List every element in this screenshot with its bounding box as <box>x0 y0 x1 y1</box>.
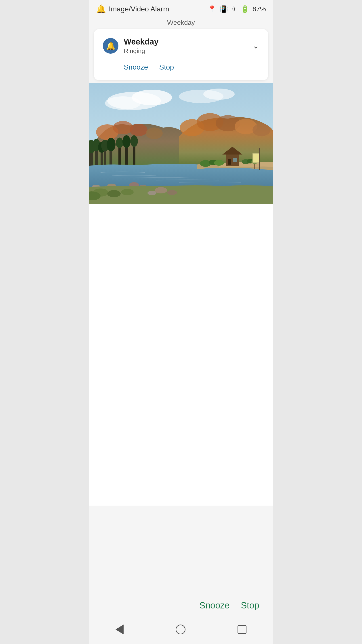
status-bar: 🔔 Image/Video Alarm 📍 📳 ✈ 🔋 87% <box>89 0 273 18</box>
phone-frame: 🔔 Image/Video Alarm 📍 📳 ✈ 🔋 87% Weekday … <box>89 0 273 644</box>
svg-point-54 <box>121 189 134 195</box>
svg-point-28 <box>122 135 130 148</box>
svg-rect-42 <box>253 154 259 162</box>
landscape-image <box>89 83 273 204</box>
content-white-space <box>89 204 273 506</box>
alarm-card-header: 🔔 Weekday Ringing ⌄ <box>103 37 259 54</box>
svg-point-9 <box>146 128 163 139</box>
bottom-snooze-button[interactable]: Snooze <box>199 600 230 610</box>
svg-point-5 <box>203 88 235 100</box>
home-icon <box>176 624 185 634</box>
svg-point-7 <box>113 121 133 134</box>
battery-percentage: 87% <box>253 5 266 13</box>
svg-rect-43 <box>254 164 255 168</box>
status-left: 🔔 Image/Video Alarm <box>96 4 169 14</box>
svg-rect-59 <box>259 148 260 170</box>
bottom-stop-button[interactable]: Stop <box>241 600 259 610</box>
back-icon <box>115 624 124 634</box>
snooze-button[interactable]: Snooze <box>124 61 148 73</box>
airplane-icon: ✈ <box>232 5 237 13</box>
battery-icon: 🔋 <box>241 5 249 13</box>
svg-point-30 <box>130 135 138 147</box>
vibrate-icon: 📳 <box>220 5 228 13</box>
svg-point-57 <box>167 190 177 195</box>
svg-point-3 <box>105 96 141 110</box>
nav-bar <box>89 617 273 644</box>
svg-point-58 <box>147 191 156 195</box>
svg-point-37 <box>214 160 224 166</box>
nav-recents-button[interactable] <box>238 625 247 634</box>
location-icon: 📍 <box>208 5 216 13</box>
svg-rect-34 <box>233 158 237 162</box>
status-right: 📍 📳 ✈ 🔋 87% <box>208 5 266 13</box>
svg-point-24 <box>107 138 115 151</box>
svg-point-56 <box>155 187 167 194</box>
recents-icon <box>238 625 247 634</box>
svg-point-14 <box>253 124 270 136</box>
scroll-hint-text: Weekday <box>89 18 273 26</box>
alarm-status: Ringing <box>124 48 158 54</box>
stop-button[interactable]: Stop <box>159 61 174 73</box>
alarm-card-left: 🔔 Weekday Ringing <box>103 37 158 54</box>
svg-point-8 <box>130 124 147 136</box>
svg-rect-33 <box>228 159 231 164</box>
svg-point-53 <box>107 190 121 197</box>
alarm-title: Weekday <box>124 37 158 46</box>
app-name: Image/Video Alarm <box>109 5 169 13</box>
alarm-card: 🔔 Weekday Ringing ⌄ Snooze Stop <box>94 29 268 80</box>
alarm-icon-circle: 🔔 <box>103 38 118 54</box>
nav-home-button[interactable] <box>176 624 185 634</box>
alarm-actions: Snooze Stop <box>103 61 259 73</box>
chevron-down-icon[interactable]: ⌄ <box>253 41 259 50</box>
notification-bell-icon: 🔔 <box>96 4 106 14</box>
svg-point-26 <box>116 138 123 148</box>
bottom-actions: Snooze Stop <box>199 600 259 610</box>
alarm-bell-icon: 🔔 <box>106 41 115 50</box>
alarm-info: Weekday Ringing <box>124 37 158 54</box>
nav-back-button[interactable] <box>115 624 124 634</box>
